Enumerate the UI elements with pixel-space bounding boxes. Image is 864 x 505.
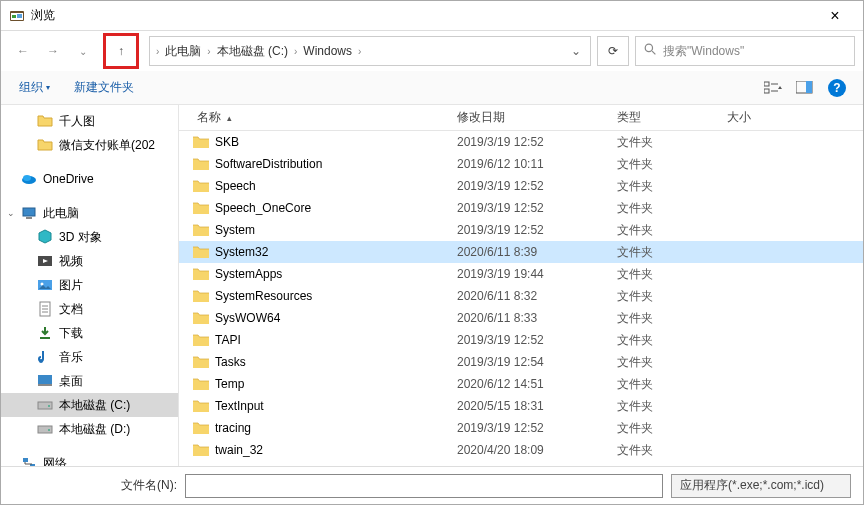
file-row[interactable]: SystemApps2019/3/19 19:44文件夹 xyxy=(179,263,863,285)
search-icon xyxy=(644,43,657,59)
file-row[interactable]: Speech_OneCore2019/3/19 12:52文件夹 xyxy=(179,197,863,219)
sidebar-item[interactable]: 文档 xyxy=(1,297,178,321)
sidebar-item[interactable]: 本地磁盘 (D:) xyxy=(1,417,178,441)
filename-label: 文件名(N): xyxy=(121,477,177,494)
recent-dropdown[interactable]: ⌄ xyxy=(69,37,97,65)
address-dropdown[interactable]: ⌄ xyxy=(566,44,586,58)
sidebar-item[interactable]: 3D 对象 xyxy=(1,225,178,249)
file-row[interactable]: Temp2020/6/12 14:51文件夹 xyxy=(179,373,863,395)
folder-icon xyxy=(193,399,209,413)
music-icon xyxy=(37,349,53,365)
folder-icon xyxy=(193,311,209,325)
up-button[interactable]: ↑ xyxy=(109,39,133,63)
file-row[interactable]: Speech2019/3/19 12:52文件夹 xyxy=(179,175,863,197)
breadcrumb[interactable]: 本地磁盘 (C:) xyxy=(213,43,292,60)
file-date: 2019/3/19 12:52 xyxy=(449,223,609,237)
file-date: 2019/3/19 12:54 xyxy=(449,355,609,369)
sidebar-item-label: OneDrive xyxy=(43,172,94,186)
svg-rect-25 xyxy=(38,375,52,384)
chevron-right-icon: › xyxy=(205,46,212,57)
file-date: 2019/3/19 12:52 xyxy=(449,179,609,193)
file-row[interactable]: tracing2019/3/19 12:52文件夹 xyxy=(179,417,863,439)
file-type: 文件夹 xyxy=(609,222,719,239)
sidebar-item-label: 3D 对象 xyxy=(59,229,102,246)
file-name: SoftwareDistribution xyxy=(215,157,322,171)
toolbar: 组织 ▾ 新建文件夹 ? xyxy=(1,71,863,105)
sidebar-item[interactable]: 本地磁盘 (C:) xyxy=(1,393,178,417)
file-date: 2020/6/11 8:39 xyxy=(449,245,609,259)
file-row[interactable]: SysWOW642020/6/11 8:33文件夹 xyxy=(179,307,863,329)
cube-icon xyxy=(37,229,53,245)
back-button[interactable]: ← xyxy=(9,37,37,65)
file-row[interactable]: System322020/6/11 8:39文件夹 xyxy=(179,241,863,263)
file-row[interactable]: twain_322020/4/20 18:09文件夹 xyxy=(179,439,863,461)
folder-icon xyxy=(37,137,53,153)
search-input[interactable]: 搜索"Windows" xyxy=(635,36,855,66)
breadcrumb[interactable]: Windows xyxy=(299,44,356,58)
file-row[interactable]: SoftwareDistribution2019/6/12 10:11文件夹 xyxy=(179,153,863,175)
file-name: twain_32 xyxy=(215,443,263,457)
file-type: 文件夹 xyxy=(609,376,719,393)
file-type: 文件夹 xyxy=(609,442,719,459)
file-date: 2019/3/19 12:52 xyxy=(449,421,609,435)
col-size[interactable]: 大小 xyxy=(719,109,809,126)
svg-rect-27 xyxy=(38,402,52,409)
sidebar-item-label: 网络 xyxy=(43,455,67,467)
file-date: 2020/6/11 8:32 xyxy=(449,289,609,303)
file-row[interactable]: TAPI2019/3/19 12:52文件夹 xyxy=(179,329,863,351)
chevron-right-icon: › xyxy=(154,46,161,57)
svg-rect-31 xyxy=(23,458,28,462)
file-row[interactable]: TextInput2020/5/15 18:31文件夹 xyxy=(179,395,863,417)
sort-asc-icon: ▴ xyxy=(227,113,232,123)
expand-icon[interactable]: ⌄ xyxy=(7,208,19,218)
file-name: Tasks xyxy=(215,355,246,369)
file-name: Speech_OneCore xyxy=(215,201,311,215)
sidebar-item[interactable]: 图片 xyxy=(1,273,178,297)
col-name[interactable]: 名称 ▴ xyxy=(179,109,449,126)
sidebar-item[interactable]: 微信支付账单(202 xyxy=(1,133,178,157)
filename-input[interactable] xyxy=(185,474,663,498)
svg-point-30 xyxy=(48,429,50,431)
sidebar-item[interactable]: ⌄此电脑 xyxy=(1,201,178,225)
svg-point-13 xyxy=(23,175,31,181)
chevron-right-icon: › xyxy=(356,46,363,57)
view-options-button[interactable] xyxy=(759,76,787,100)
forward-button[interactable]: → xyxy=(39,37,67,65)
sidebar-item[interactable]: 音乐 xyxy=(1,345,178,369)
file-date: 2019/3/19 19:44 xyxy=(449,267,609,281)
sidebar-item[interactable]: 网络 xyxy=(1,451,178,466)
refresh-button[interactable]: ⟳ xyxy=(597,36,629,66)
file-row[interactable]: SystemResources2020/6/11 8:32文件夹 xyxy=(179,285,863,307)
new-folder-button[interactable]: 新建文件夹 xyxy=(68,75,140,100)
sidebar-item[interactable]: 千人图 xyxy=(1,109,178,133)
sidebar-item[interactable]: 下载 xyxy=(1,321,178,345)
filter-dropdown[interactable]: 应用程序(*.exe;*.com;*.icd) xyxy=(671,474,851,498)
sidebar-item[interactable]: 桌面 xyxy=(1,369,178,393)
sidebar[interactable]: 千人图微信支付账单(202OneDrive⌄此电脑3D 对象视频图片文档下载音乐… xyxy=(1,105,179,466)
organize-button[interactable]: 组织 ▾ xyxy=(13,75,56,100)
folder-icon xyxy=(193,157,209,171)
file-type: 文件夹 xyxy=(609,244,719,261)
folder-icon xyxy=(193,333,209,347)
folder-icon xyxy=(193,223,209,237)
file-type: 文件夹 xyxy=(609,200,719,217)
col-date[interactable]: 修改日期 xyxy=(449,109,609,126)
sidebar-item[interactable]: 视频 xyxy=(1,249,178,273)
sidebar-item[interactable]: OneDrive xyxy=(1,167,178,191)
file-row[interactable]: Tasks2019/3/19 12:54文件夹 xyxy=(179,351,863,373)
preview-pane-button[interactable] xyxy=(791,76,819,100)
file-row[interactable]: System2019/3/19 12:52文件夹 xyxy=(179,219,863,241)
file-row[interactable]: SKB2019/3/19 12:52文件夹 xyxy=(179,131,863,153)
svg-rect-3 xyxy=(17,14,22,18)
breadcrumb[interactable]: 此电脑 xyxy=(161,43,205,60)
folder-icon xyxy=(193,355,209,369)
help-button[interactable]: ? xyxy=(823,76,851,100)
svg-point-4 xyxy=(645,44,652,51)
file-list[interactable]: SKB2019/3/19 12:52文件夹SoftwareDistributio… xyxy=(179,131,863,466)
file-name: System32 xyxy=(215,245,268,259)
file-name: System xyxy=(215,223,255,237)
folder-icon xyxy=(37,113,53,129)
close-button[interactable]: × xyxy=(815,7,855,25)
col-type[interactable]: 类型 xyxy=(609,109,719,126)
address-bar[interactable]: › 此电脑 › 本地磁盘 (C:) › Windows › ⌄ xyxy=(149,36,591,66)
